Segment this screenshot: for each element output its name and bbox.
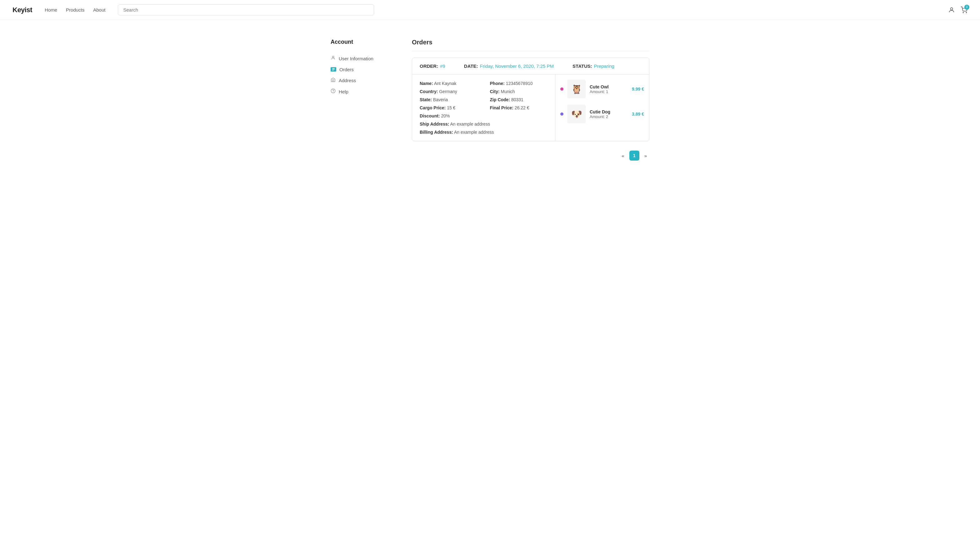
content-title: Orders bbox=[412, 39, 649, 46]
search-input[interactable] bbox=[118, 5, 374, 15]
product-amount-label-1: Amount: bbox=[590, 114, 605, 119]
zip-label: Zip Code: bbox=[490, 97, 510, 102]
final-value: 26.22 € bbox=[515, 105, 530, 110]
detail-name: Name: Ant Kaynak bbox=[420, 81, 477, 86]
cart-badge: 0 bbox=[964, 5, 969, 10]
product-info-0: Cute Owl Amount: 1 bbox=[590, 84, 628, 94]
orders-icon-box bbox=[331, 67, 336, 71]
product-dot-1 bbox=[560, 113, 563, 116]
product-price-0: 9.99 € bbox=[632, 87, 644, 92]
address-icon bbox=[331, 77, 336, 83]
svg-point-7 bbox=[331, 89, 335, 93]
state-value: Baveria bbox=[433, 97, 448, 102]
country-label: Country: bbox=[420, 89, 438, 94]
order-date-item: DATE: Friday, November 6, 2020, 7:25 PM bbox=[464, 64, 554, 69]
order-products: 🦉 Cute Owl Amount: 1 9.99 € bbox=[555, 75, 649, 141]
content-divider bbox=[412, 51, 649, 51]
order-date-label: DATE: bbox=[464, 64, 478, 69]
detail-discount: Discount: 20% bbox=[420, 113, 477, 118]
order-details: Name: Ant Kaynak Phone: 12345678910 Coun… bbox=[412, 75, 555, 141]
name-value: Ant Kaynak bbox=[434, 81, 457, 86]
sidebar-item-address[interactable]: Address bbox=[331, 75, 393, 86]
detail-cargo: Cargo Price: 15 € bbox=[420, 105, 477, 110]
svg-rect-4 bbox=[332, 68, 335, 69]
billing-label: Billing Address: bbox=[420, 130, 453, 135]
product-amount-1: Amount: 2 bbox=[590, 114, 628, 119]
user-icon-button[interactable] bbox=[948, 6, 955, 13]
pagination-next[interactable]: » bbox=[642, 152, 649, 160]
nav-about[interactable]: About bbox=[93, 7, 105, 13]
nav: Home Products About bbox=[45, 7, 105, 13]
svg-point-0 bbox=[950, 8, 953, 10]
search-wrapper bbox=[118, 5, 374, 15]
product-image-0: 🦉 bbox=[567, 79, 586, 98]
detail-country: Country: Germany bbox=[420, 89, 477, 94]
help-icon bbox=[331, 88, 336, 95]
product-amount-0: Amount: 1 bbox=[590, 89, 628, 94]
state-label: State: bbox=[420, 97, 432, 102]
header: Keyist Home Products About 0 bbox=[0, 0, 980, 20]
sidebar-label-help: Help bbox=[339, 89, 348, 94]
logo[interactable]: Keyist bbox=[13, 6, 32, 14]
cart-icon-button[interactable]: 0 bbox=[961, 6, 967, 13]
sidebar-label-user-information: User Information bbox=[339, 56, 374, 61]
product-name-0: Cute Owl bbox=[590, 84, 628, 89]
nav-home[interactable]: Home bbox=[45, 7, 57, 13]
sidebar-item-orders[interactable]: Orders bbox=[331, 64, 393, 75]
order-body: Name: Ant Kaynak Phone: 12345678910 Coun… bbox=[412, 75, 649, 141]
zip-value: 80331 bbox=[511, 97, 523, 102]
order-status-value: Preparing bbox=[594, 64, 614, 69]
svg-point-2 bbox=[966, 12, 967, 13]
product-price-1: 3.89 € bbox=[632, 111, 644, 116]
final-label: Final Price: bbox=[490, 105, 514, 110]
pagination-prev[interactable]: « bbox=[619, 152, 627, 160]
city-label: City: bbox=[490, 89, 500, 94]
ship-value: An example address bbox=[450, 122, 490, 127]
sidebar-label-orders: Orders bbox=[339, 67, 354, 72]
detail-ship: Ship Address: An example address bbox=[420, 122, 547, 127]
product-item-0: 🦉 Cute Owl Amount: 1 9.99 € bbox=[560, 79, 644, 98]
content: Orders ORDER: #9 DATE: Friday, November … bbox=[412, 39, 649, 160]
pagination: « 1 » bbox=[412, 151, 649, 160]
sidebar: Account User Information bbox=[331, 39, 393, 160]
detail-zip: Zip Code: 80331 bbox=[490, 97, 548, 102]
order-number-label: ORDER: bbox=[420, 64, 438, 69]
sidebar-label-address: Address bbox=[339, 78, 356, 83]
cargo-value: 15 € bbox=[447, 105, 455, 110]
order-number-item: ORDER: #9 bbox=[420, 64, 445, 69]
country-value: Germany bbox=[439, 89, 457, 94]
user-info-icon bbox=[331, 55, 336, 62]
svg-rect-5 bbox=[332, 69, 335, 70]
cargo-label: Cargo Price: bbox=[420, 105, 445, 110]
discount-label: Discount: bbox=[420, 113, 440, 118]
detail-state: State: Baveria bbox=[420, 97, 477, 102]
ship-label: Ship Address: bbox=[420, 122, 449, 127]
phone-value: 12345678910 bbox=[506, 81, 533, 86]
order-status-label: STATUS: bbox=[573, 64, 592, 69]
name-label: Name: bbox=[420, 81, 433, 86]
billing-value: An example address bbox=[454, 130, 494, 135]
orders-icon bbox=[331, 67, 336, 72]
product-dot-0 bbox=[560, 87, 563, 91]
detail-city: City: Munich bbox=[490, 89, 548, 94]
nav-products[interactable]: Products bbox=[66, 7, 84, 13]
product-name-1: Cutie Dog bbox=[590, 110, 628, 114]
order-header: ORDER: #9 DATE: Friday, November 6, 2020… bbox=[412, 58, 649, 75]
detail-billing: Billing Address: An example address bbox=[420, 130, 547, 135]
sidebar-item-help[interactable]: Help bbox=[331, 86, 393, 97]
svg-point-1 bbox=[963, 12, 963, 13]
product-amount-value-1: 2 bbox=[606, 114, 608, 119]
detail-phone: Phone: 12345678910 bbox=[490, 81, 548, 86]
order-card: ORDER: #9 DATE: Friday, November 6, 2020… bbox=[412, 57, 649, 141]
product-amount-label-0: Amount: bbox=[590, 89, 605, 94]
main-container: Account User Information bbox=[318, 39, 662, 160]
header-icons: 0 bbox=[948, 6, 967, 13]
sidebar-item-user-information[interactable]: User Information bbox=[331, 53, 393, 64]
pagination-page-1[interactable]: 1 bbox=[629, 151, 640, 160]
order-number-value: #9 bbox=[440, 64, 445, 69]
svg-rect-6 bbox=[332, 70, 334, 71]
discount-value: 20% bbox=[441, 113, 450, 118]
order-status-item: STATUS: Preparing bbox=[573, 64, 614, 69]
order-date-value: Friday, November 6, 2020, 7:25 PM bbox=[480, 64, 554, 69]
product-amount-value-0: 1 bbox=[606, 89, 608, 94]
